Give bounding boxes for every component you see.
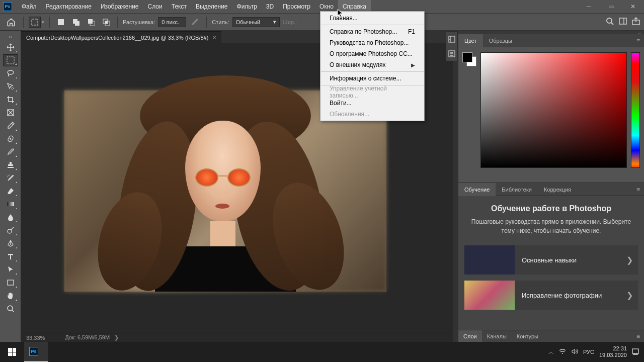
eraser-tool[interactable] — [3, 185, 18, 197]
collapsed-panel-column[interactable] — [446, 31, 458, 61]
tab-channels[interactable]: Каналы — [482, 330, 512, 342]
close-tab-icon[interactable]: × — [212, 34, 216, 41]
color-field[interactable] — [480, 52, 627, 168]
learn-item-basics[interactable]: Основные навыки ❯ — [464, 245, 638, 275]
tray-chevron-icon[interactable]: ︿ — [548, 348, 554, 356]
help-menu-dropdown: Главная...Справка по Photoshop...F1Руков… — [320, 11, 425, 121]
brush-tool[interactable] — [3, 146, 18, 158]
chevron-right-icon[interactable]: ❯ — [113, 334, 119, 340]
tab-adjustments[interactable]: Коррекция — [538, 183, 577, 196]
minimize-button[interactable]: ─ — [578, 0, 600, 13]
panel-menu-icon[interactable]: ≡ — [632, 37, 644, 44]
menu-separator — [321, 71, 424, 72]
history-brush-tool[interactable] — [3, 172, 18, 184]
color-panel — [458, 47, 644, 183]
blur-tool[interactable] — [3, 211, 18, 223]
crop-tool[interactable] — [3, 94, 18, 106]
input-language[interactable]: РУС — [583, 349, 594, 355]
share-icon[interactable] — [632, 17, 640, 27]
workspace-icon[interactable] — [619, 17, 627, 27]
panel-menu-icon[interactable]: ≡ — [632, 186, 644, 193]
svg-point-18 — [8, 229, 12, 233]
home-button[interactable] — [4, 16, 18, 28]
tab-color[interactable]: Цвет — [458, 34, 483, 47]
fg-bg-color[interactable] — [462, 52, 476, 177]
selection-intersect-icon[interactable] — [100, 17, 112, 28]
properties-panel-icon[interactable] — [448, 50, 456, 58]
menu-фильтр[interactable]: Фильтр — [232, 0, 262, 13]
tab-learn[interactable]: Обучение — [458, 183, 496, 196]
menu-item[interactable]: О программе Photoshop CC... — [320, 48, 424, 59]
quick-select-tool[interactable] — [3, 80, 18, 93]
panel-menu-icon[interactable]: ≡ — [632, 333, 644, 340]
volume-icon[interactable] — [571, 348, 578, 356]
zoom-level[interactable]: 33,33% — [26, 335, 45, 341]
dropdown-arrow-icon[interactable]: ▾ — [42, 20, 44, 25]
maximize-button[interactable]: ▭ — [600, 0, 622, 13]
history-panel-icon[interactable] — [448, 35, 456, 43]
menu-файл[interactable]: Файл — [17, 0, 41, 13]
shape-tool[interactable] — [3, 277, 18, 289]
hand-tool[interactable] — [3, 290, 18, 302]
eyedropper-tool[interactable] — [3, 120, 18, 132]
menu-item[interactable]: Главная... — [320, 13, 424, 24]
svg-rect-1 — [58, 19, 64, 25]
stamp-tool[interactable] — [3, 159, 18, 171]
menu-текст[interactable]: Текст — [167, 0, 191, 13]
zoom-tool[interactable] — [3, 303, 18, 315]
doc-size[interactable]: Док: 6,59M/6,59M — [65, 334, 110, 340]
divider — [206, 17, 207, 28]
selection-add-icon[interactable] — [70, 17, 82, 28]
close-button[interactable]: ✕ — [622, 0, 644, 13]
frame-tool[interactable] — [3, 107, 18, 119]
selection-subtract-icon[interactable] — [85, 17, 97, 28]
feather-input[interactable] — [158, 17, 186, 27]
marquee-tool[interactable] — [3, 54, 18, 66]
menu-просмотр[interactable]: Просмотр — [278, 0, 315, 13]
document-statusbar: 33,33% Док: 6,59M/6,59M ❯ — [21, 333, 453, 342]
menu-редактирование[interactable]: Редактирование — [41, 0, 96, 13]
menu-item[interactable]: Войти... — [320, 98, 424, 109]
style-select[interactable]: Обычный▾ — [232, 17, 280, 27]
taskbar-clock[interactable]: 22:31 19.03.2020 — [599, 345, 627, 358]
menu-item[interactable]: Руководства по Photoshop... — [320, 37, 424, 48]
menu-item[interactable]: О внешних модулях▶ — [320, 59, 424, 70]
lasso-tool[interactable] — [3, 67, 18, 79]
menu-item[interactable]: Информация о системе... — [320, 73, 424, 84]
svg-point-9 — [607, 18, 612, 23]
right-panel-region: ‹‹ Цвет Образцы ≡ Обучение Библиотеки Ко… — [458, 31, 644, 342]
document-tab[interactable]: ComputerDesktopWallpapersCollection2166_… — [21, 31, 221, 43]
search-icon[interactable] — [606, 17, 614, 27]
learn-thumb-icon — [464, 281, 515, 310]
taskbar-app-photoshop[interactable]: Ps — [24, 342, 48, 362]
window-controls: ─ ▭ ✕ — [578, 0, 644, 13]
learn-title: Обучение работе в Photoshop — [458, 196, 644, 215]
tab-paths[interactable]: Контуры — [512, 330, 543, 342]
windows-taskbar: Ps ︿ РУС 22:31 19.03.2020 — [0, 342, 644, 362]
path-select-tool[interactable] — [3, 263, 18, 276]
antialias-icon[interactable] — [189, 17, 201, 28]
hue-slider[interactable] — [631, 52, 640, 168]
move-tool[interactable] — [3, 41, 18, 53]
menu-item[interactable]: Справка по Photoshop...F1 — [320, 26, 424, 37]
menu-выделение[interactable]: Выделение — [191, 0, 232, 13]
dodge-tool[interactable] — [3, 224, 18, 236]
marquee-tool-preset[interactable] — [29, 17, 41, 28]
tab-swatches[interactable]: Образцы — [483, 34, 518, 47]
menu-изображение[interactable]: Изображение — [96, 0, 143, 13]
wifi-icon[interactable] — [559, 348, 566, 356]
tab-layers[interactable]: Слои — [458, 330, 482, 342]
start-button[interactable] — [0, 342, 24, 362]
learn-item-retouch[interactable]: Исправление фотографии ❯ — [464, 281, 638, 310]
menu-3d[interactable]: 3D — [262, 0, 278, 13]
toolbox-collapse-icon[interactable]: ›› — [6, 34, 16, 38]
healing-tool[interactable] — [3, 133, 18, 145]
menu-слои[interactable]: Слои — [143, 0, 167, 13]
gradient-tool[interactable] — [3, 198, 18, 210]
tab-libraries[interactable]: Библиотеки — [496, 183, 538, 196]
selection-new-icon[interactable] — [55, 17, 67, 28]
type-tool[interactable] — [3, 250, 18, 262]
mouse-cursor-icon — [337, 9, 345, 19]
action-center-icon[interactable] — [632, 348, 639, 356]
pen-tool[interactable] — [3, 237, 18, 249]
